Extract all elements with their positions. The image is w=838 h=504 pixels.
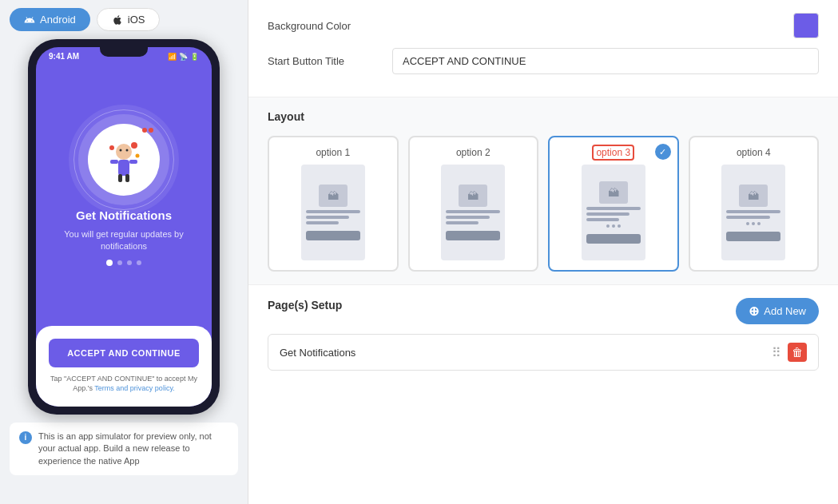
option1-preview: 🏔 bbox=[301, 165, 365, 260]
option4-preview: 🏔 bbox=[721, 165, 785, 260]
color-swatch[interactable] bbox=[793, 13, 819, 38]
wifi-icon: 📶 bbox=[168, 53, 177, 61]
option3-label-text: option 3 bbox=[592, 145, 634, 161]
line-4 bbox=[446, 210, 500, 213]
image-icon-2: 🏔 bbox=[467, 189, 479, 202]
dot-2 bbox=[117, 260, 122, 265]
preview-dots-3 bbox=[606, 224, 621, 228]
page-item-actions: ⠿ 🗑 bbox=[772, 343, 807, 362]
preview-image-1: 🏔 bbox=[319, 185, 348, 207]
simulator-note-text: This is an app simulator for preview onl… bbox=[38, 431, 228, 467]
page-item-get-notifications: Get Notifications ⠿ 🗑 bbox=[268, 334, 819, 371]
option2-preview: 🏔 bbox=[441, 165, 505, 260]
dot-1 bbox=[106, 260, 113, 266]
red-dot-2 bbox=[149, 128, 153, 133]
preview-lines-2 bbox=[446, 210, 500, 224]
info-icon: i bbox=[19, 431, 32, 444]
image-icon-3: 🏔 bbox=[608, 186, 619, 199]
drag-handle-icon[interactable]: ⠿ bbox=[772, 345, 781, 360]
ios-tab[interactable]: iOS bbox=[97, 8, 161, 31]
delete-page-button[interactable]: 🗑 bbox=[788, 343, 807, 362]
android-tab[interactable]: Android bbox=[10, 8, 90, 31]
selected-check-icon: ✓ bbox=[655, 144, 671, 160]
phone-notch bbox=[100, 47, 148, 57]
line-6 bbox=[446, 221, 479, 224]
phone-subtitle: You will get regular updates by notifica… bbox=[52, 228, 196, 253]
start-button-input[interactable]: ACCEPT AND CONTINUE bbox=[392, 48, 819, 74]
add-new-button[interactable]: ⊕ Add New bbox=[736, 298, 819, 324]
phone-accept-button[interactable]: ACCEPT AND CONTINUE bbox=[49, 339, 199, 367]
dot-3 bbox=[127, 260, 132, 265]
android-label: Android bbox=[40, 14, 76, 26]
dot-4 bbox=[137, 260, 141, 265]
pages-setup-title: Page(s) Setup bbox=[268, 299, 342, 312]
status-icons: 📶 📡 🔋 bbox=[168, 53, 199, 61]
notification-illustration bbox=[88, 124, 160, 196]
pages-section: Page(s) Setup ⊕ Add New Get Notification… bbox=[248, 285, 838, 383]
line-2 bbox=[306, 216, 349, 219]
ios-label: iOS bbox=[128, 14, 145, 26]
red-dots bbox=[142, 128, 153, 133]
phone-bottom-sheet: ACCEPT AND CONTINUE Tap "ACCEPT AND CONT… bbox=[36, 326, 212, 407]
page-item-label: Get Notifications bbox=[280, 347, 355, 359]
preview-btn-3 bbox=[586, 234, 641, 244]
phone-content-area: Get Notifications You will get regular u… bbox=[36, 64, 212, 326]
layout-option-4[interactable]: option 4 🏔 bbox=[689, 136, 820, 272]
preview-dots-4 bbox=[746, 222, 761, 225]
android-icon bbox=[24, 14, 35, 26]
preview-image-4: 🏔 bbox=[739, 185, 768, 207]
image-icon-4: 🏔 bbox=[748, 189, 759, 202]
platform-tabs: Android iOS bbox=[10, 8, 238, 31]
line-9 bbox=[586, 218, 619, 221]
settings-section: Background Color Start Button Title ACCE… bbox=[248, 0, 838, 97]
image-icon-1: 🏔 bbox=[328, 189, 339, 202]
terms-link[interactable]: Terms and privacy policy. bbox=[94, 384, 174, 392]
option3-label: option 3 bbox=[592, 147, 634, 158]
preview-image-2: 🏔 bbox=[459, 185, 487, 207]
layout-options: option 1 🏔 option 2 bbox=[268, 136, 819, 272]
layout-option-1[interactable]: option 1 🏔 bbox=[268, 136, 399, 272]
preview-lines-4 bbox=[726, 210, 780, 219]
option4-label: option 4 bbox=[737, 147, 771, 158]
layout-option-3[interactable]: option 3 🏔 bbox=[548, 136, 679, 272]
notification-ring bbox=[73, 109, 174, 210]
preview-lines-1 bbox=[306, 210, 360, 224]
left-panel: Android iOS 9:41 AM 📶 📡 🔋 bbox=[0, 0, 248, 504]
phone-mockup-container: 9:41 AM 📶 📡 🔋 bbox=[10, 39, 238, 415]
layout-option-2[interactable]: option 2 🏔 bbox=[408, 136, 539, 272]
option3-preview: 🏔 bbox=[582, 165, 645, 260]
preview-btn-1 bbox=[306, 231, 360, 240]
phone-inner: 9:41 AM 📶 📡 🔋 bbox=[36, 47, 212, 407]
preview-image-3: 🏔 bbox=[599, 181, 628, 204]
simulator-note: i This is an app simulator for preview o… bbox=[10, 423, 238, 475]
line-1 bbox=[306, 210, 360, 213]
phone-title: Get Notifications bbox=[76, 208, 172, 222]
terms-text: Tap "ACCEPT AND CONTINUE" to accept My A… bbox=[49, 374, 199, 394]
line-11 bbox=[726, 216, 769, 219]
battery-icon: 🔋 bbox=[190, 53, 199, 61]
progress-dots bbox=[106, 260, 141, 266]
option2-label: option 2 bbox=[456, 147, 490, 158]
start-button-row: Start Button Title ACCEPT AND CONTINUE bbox=[268, 48, 819, 74]
preview-btn-4 bbox=[726, 232, 780, 241]
pages-header: Page(s) Setup ⊕ Add New bbox=[268, 298, 819, 324]
line-10 bbox=[726, 210, 780, 213]
preview-lines-3 bbox=[586, 207, 641, 221]
add-new-label: Add New bbox=[764, 305, 806, 317]
layout-title: Layout bbox=[268, 110, 819, 123]
layout-section: Layout option 1 🏔 bbox=[248, 97, 838, 285]
line-7 bbox=[586, 207, 641, 210]
background-color-label: Background Color bbox=[268, 20, 379, 32]
preview-btn-2 bbox=[446, 231, 500, 240]
phone-mockup: 9:41 AM 📶 📡 🔋 bbox=[28, 39, 220, 415]
line-5 bbox=[446, 216, 489, 219]
signal-icon: 📡 bbox=[179, 53, 188, 61]
phone-time: 9:41 AM bbox=[49, 52, 79, 61]
start-button-label: Start Button Title bbox=[268, 55, 379, 67]
option1-label: option 1 bbox=[316, 147, 350, 158]
line-8 bbox=[586, 212, 629, 216]
line-3 bbox=[306, 221, 339, 224]
add-new-plus-icon: ⊕ bbox=[749, 304, 759, 319]
red-dot-1 bbox=[142, 128, 147, 133]
right-panel: Background Color Start Button Title ACCE… bbox=[248, 0, 838, 504]
